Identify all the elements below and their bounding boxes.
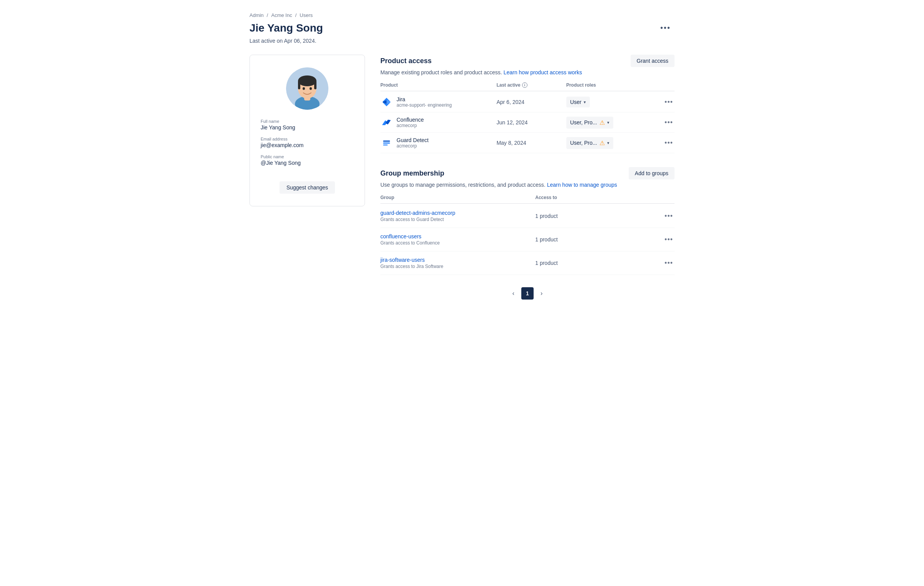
full-name-field: Full name Jie Yang Song	[261, 119, 354, 131]
jira-role-dropdown[interactable]: User ▾	[566, 97, 590, 107]
product-roles-col-header: Product roles	[566, 82, 659, 88]
page-title: Jie Yang Song	[249, 22, 323, 34]
guard-admins-more-button[interactable]: •••	[663, 211, 675, 222]
guard-detect-admins-access: 1 product	[535, 213, 659, 219]
page-title-row: Jie Yang Song •••	[249, 21, 675, 35]
chevron-down-icon: ▾	[607, 120, 609, 125]
more-options-button[interactable]: •••	[656, 21, 675, 35]
guard-last-active: May 8, 2024	[497, 140, 566, 146]
svg-rect-13	[383, 142, 390, 144]
product-access-desc: Manage existing product roles and produc…	[380, 69, 675, 75]
jira-role-value: User	[570, 99, 582, 105]
jira-software-users-actions: •••	[659, 258, 675, 269]
guard-product-cell: Guard Detect acmecorp	[380, 137, 497, 149]
prev-page-button[interactable]: ‹	[509, 288, 518, 299]
jira-actions-cell: •••	[659, 97, 675, 108]
last-active-col-header: Last active i	[497, 82, 566, 88]
breadcrumb-sep-1: /	[267, 12, 268, 18]
public-name-label: Public name	[261, 154, 354, 159]
group-col-header: Group	[380, 195, 535, 200]
guard-admins-actions: •••	[659, 211, 675, 222]
learn-groups-link[interactable]: Learn how to manage groups	[547, 182, 617, 188]
avatar	[286, 67, 328, 110]
confluence-role-dropdown[interactable]: User, Pro... ⚠ ▾	[566, 117, 613, 129]
main-content: Full name Jie Yang Song Email address ji…	[249, 55, 675, 313]
jira-icon	[380, 96, 393, 108]
full-name-label: Full name	[261, 119, 354, 124]
confluence-roles-cell: User, Pro... ⚠ ▾	[566, 117, 659, 129]
profile-card: Full name Jie Yang Song Email address ji…	[249, 55, 365, 206]
group-membership-section: Group membership Add to groups Use group…	[380, 167, 675, 300]
confluence-role-value: User, Pro...	[570, 119, 597, 126]
breadcrumb-acme: Acme Inc	[271, 12, 292, 18]
svg-rect-12	[383, 141, 390, 142]
svg-point-4	[298, 75, 316, 86]
breadcrumb-sep-2: /	[295, 12, 297, 18]
jira-product-cell: Jira acme-support- engineering	[380, 96, 497, 108]
jira-software-users-link[interactable]: jira-software-users	[380, 257, 535, 263]
confluence-users-link[interactable]: confluence-users	[380, 233, 535, 239]
warning-icon: ⚠	[599, 119, 605, 126]
jira-software-users-access: 1 product	[535, 260, 659, 266]
product-access-title: Product access	[380, 57, 432, 65]
list-item: guard-detect-admins-acmecorp Grants acce…	[380, 204, 675, 228]
svg-point-7	[303, 87, 305, 90]
group-membership-desc: Use groups to manage permissions, restri…	[380, 182, 675, 188]
confluence-users-more-button[interactable]: •••	[663, 234, 675, 245]
grant-access-button[interactable]: Grant access	[631, 55, 675, 67]
avatar-image	[286, 67, 328, 110]
next-page-button[interactable]: ›	[537, 288, 546, 299]
confluence-users-cell: confluence-users Grants access to Conflu…	[380, 233, 535, 246]
warning-icon: ⚠	[599, 139, 605, 147]
last-active-info-icon: i	[522, 82, 527, 88]
current-page: 1	[521, 287, 534, 300]
confluence-row-more-button[interactable]: •••	[663, 117, 675, 128]
svg-rect-5	[298, 81, 300, 89]
jira-roles-cell: User ▾	[566, 97, 659, 107]
jira-org: acme-support- engineering	[397, 102, 452, 108]
jira-software-users-desc: Grants access to Jira Software	[380, 264, 443, 269]
confluence-product-info: Confluence acmecorp	[397, 117, 424, 128]
jira-software-users-more-button[interactable]: •••	[663, 258, 675, 269]
jira-row-more-button[interactable]: •••	[663, 97, 675, 108]
confluence-name: Confluence	[397, 117, 424, 123]
jira-last-active: Apr 6, 2024	[497, 99, 566, 105]
list-item: confluence-users Grants access to Conflu…	[380, 228, 675, 251]
confluence-last-active: Jun 12, 2024	[497, 119, 566, 126]
last-active-text: Last active on Apr 06, 2024.	[249, 38, 675, 44]
learn-product-access-link[interactable]: Learn how product access works	[504, 69, 582, 75]
guard-role-dropdown[interactable]: User, Pro... ⚠ ▾	[566, 137, 613, 149]
breadcrumb: Admin / Acme Inc / Users	[249, 12, 675, 18]
email-field: Email address jie@example.com	[261, 137, 354, 148]
guard-detect-admins-link[interactable]: guard-detect-admins-acmecorp	[380, 210, 535, 216]
chevron-down-icon: ▾	[584, 100, 586, 105]
guard-product-info: Guard Detect acmecorp	[397, 137, 429, 149]
guard-actions-cell: •••	[659, 137, 675, 149]
product-access-section: Product access Grant access Manage exist…	[380, 55, 675, 153]
group-detect-admins-cell: guard-detect-admins-acmecorp Grants acce…	[380, 210, 535, 222]
right-panel: Product access Grant access Manage exist…	[380, 55, 675, 313]
confluence-actions-cell: •••	[659, 117, 675, 128]
confluence-users-access: 1 product	[535, 236, 659, 243]
jira-software-users-cell: jira-software-users Grants access to Jir…	[380, 257, 535, 269]
guard-roles-cell: User, Pro... ⚠ ▾	[566, 137, 659, 149]
table-row: Jira acme-support- engineering Apr 6, 20…	[380, 92, 675, 112]
add-to-groups-button[interactable]: Add to groups	[629, 167, 675, 179]
suggest-changes-button[interactable]: Suggest changes	[280, 181, 335, 194]
confluence-org: acmecorp	[397, 123, 424, 128]
pagination: ‹ 1 ›	[380, 287, 675, 300]
product-col-header: Product	[380, 82, 497, 88]
confluence-product-cell: Confluence acmecorp	[380, 116, 497, 129]
access-col-header: Access to	[535, 195, 659, 200]
group-table-header: Group Access to	[380, 195, 675, 204]
page-container: Admin / Acme Inc / Users Jie Yang Song •…	[231, 0, 693, 326]
product-table-header: Product Last active i Product roles	[380, 82, 675, 91]
guard-detect-icon	[380, 137, 393, 149]
confluence-users-actions: •••	[659, 234, 675, 245]
guard-row-more-button[interactable]: •••	[663, 137, 675, 149]
chevron-down-icon: ▾	[607, 141, 609, 146]
table-row: Guard Detect acmecorp May 8, 2024 User, …	[380, 133, 675, 153]
group-membership-header: Group membership Add to groups	[380, 167, 675, 179]
guard-detect-admins-desc: Grants access to Guard Detect	[380, 217, 444, 222]
jira-name: Jira	[397, 96, 452, 102]
